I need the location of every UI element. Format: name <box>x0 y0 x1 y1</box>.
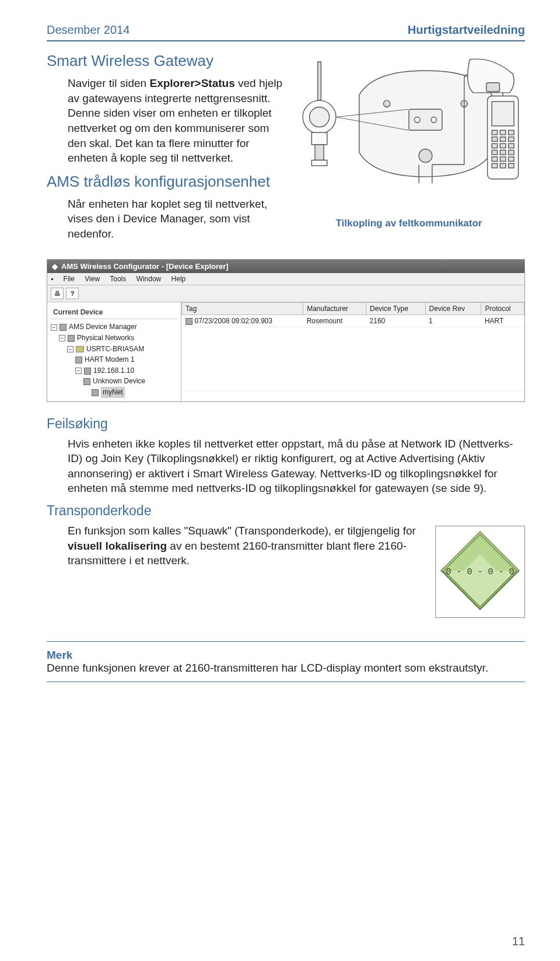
svg-rect-30 <box>492 157 497 162</box>
host-icon <box>76 346 84 352</box>
tree-unknown[interactable]: Unknown Device <box>93 377 145 385</box>
svg-rect-4 <box>315 145 324 160</box>
svg-rect-28 <box>500 150 505 155</box>
note-label: Merk <box>47 641 525 662</box>
tree-modem[interactable]: HART Modem 1 <box>85 355 135 364</box>
svg-rect-23 <box>509 137 514 142</box>
collapse-icon[interactable]: − <box>51 324 57 331</box>
table-row[interactable]: 07/23/2008 09:02:09.903 Rosemount 2160 1… <box>182 314 524 327</box>
window-titlebar: ◆ AMS Wireless Configurator - [Device Ex… <box>47 260 524 273</box>
cell-devicetype: 2160 <box>366 314 426 327</box>
svg-rect-32 <box>509 157 514 162</box>
menu-tools[interactable]: Tools <box>110 275 126 283</box>
svg-rect-3 <box>312 132 327 145</box>
svg-point-11 <box>419 149 432 163</box>
intro-columns: Smart Wireless Gateway Naviger til siden… <box>47 52 525 249</box>
note-text: Denne funksjonen krever at 2160-transmit… <box>47 662 525 682</box>
svg-rect-35 <box>509 163 514 168</box>
lcd-diamond-figure: 0 - 0 - 0 - 0 <box>435 526 525 618</box>
page-header: Desember 2014 Hurtigstartveiledning <box>47 23 525 41</box>
cell-protocol: HART <box>481 314 524 327</box>
tree-root[interactable]: AMS Device Manager <box>69 323 137 331</box>
modem-icon <box>75 357 82 364</box>
page-number: 11 <box>512 935 525 948</box>
svg-rect-5 <box>312 160 327 165</box>
collapse-icon[interactable]: − <box>67 346 74 352</box>
toolbar: 🖶 ? <box>47 285 524 302</box>
svg-point-10 <box>431 117 436 123</box>
tree-header: Current Device <box>51 306 177 320</box>
svg-rect-22 <box>500 137 505 142</box>
svg-rect-33 <box>492 163 497 168</box>
svg-rect-31 <box>500 157 505 162</box>
toolbar-print-icon[interactable]: 🖶 <box>51 288 64 299</box>
svg-rect-27 <box>492 150 497 155</box>
menu-window[interactable]: Window <box>136 275 162 283</box>
svg-rect-20 <box>509 130 514 135</box>
manager-icon <box>60 324 66 331</box>
menubar: ▪ File View Tools Window Help <box>47 273 524 285</box>
section-transponder-title: Transponderkode <box>47 503 525 519</box>
app-icon: ◆ <box>52 262 58 271</box>
menu-file[interactable]: File <box>64 275 75 283</box>
header-doc-type: Hurtigstartveiledning <box>408 23 525 37</box>
cell-devicerev: 1 <box>425 314 481 327</box>
tree-physical[interactable]: Physical Networks <box>77 334 134 342</box>
device-grid: Tag Manufacturer Device Type Device Rev … <box>181 302 524 401</box>
net-icon <box>92 389 99 396</box>
svg-point-9 <box>414 117 419 123</box>
toolbar-help-icon[interactable]: ? <box>66 288 79 299</box>
ip-icon <box>84 368 91 375</box>
collapse-icon[interactable]: − <box>75 368 82 374</box>
menu-view[interactable]: View <box>85 275 100 283</box>
svg-rect-19 <box>500 130 505 135</box>
svg-rect-17 <box>492 102 514 126</box>
svg-rect-0 <box>318 62 321 100</box>
section-gateway-body: Naviger til siden Explorer>Status ved hj… <box>68 76 286 166</box>
section-gateway-title: Smart Wireless Gateway <box>47 52 286 70</box>
app-icon-small: ▪ <box>51 275 53 283</box>
svg-point-6 <box>383 100 390 107</box>
svg-rect-34 <box>500 163 505 168</box>
svg-rect-8 <box>409 109 442 130</box>
svg-rect-37 <box>487 83 500 92</box>
section-troubleshoot-title: Feilsøking <box>47 416 525 432</box>
section-transponder-body: En funksjon som kalles "Squawk" (Transpo… <box>68 523 432 568</box>
menu-help[interactable]: Help <box>172 275 186 283</box>
tree-mynet[interactable]: myNet <box>101 387 125 398</box>
lcd-text: 0 - 0 - 0 - 0 <box>446 567 514 577</box>
col-tag[interactable]: Tag <box>182 302 303 314</box>
cell-tag: 07/23/2008 09:02:09.903 <box>195 317 272 325</box>
section-ams-title: AMS trådløs konfigurasjonsenhet <box>47 173 286 191</box>
illustration-caption: Tilkopling av feltkommunikator <box>293 218 525 229</box>
cell-manufacturer: Rosemount <box>303 314 366 327</box>
tree-host[interactable]: USRTC-BRIASAM <box>86 345 144 353</box>
unknown-icon <box>83 378 90 385</box>
network-icon <box>68 335 75 342</box>
svg-point-2 <box>309 107 329 127</box>
header-date: Desember 2014 <box>47 23 130 37</box>
ams-screenshot: ◆ AMS Wireless Configurator - [Device Ex… <box>47 259 525 402</box>
section-ams-body: Når enheten har koplet seg til nettverke… <box>68 197 286 242</box>
svg-rect-29 <box>509 150 514 155</box>
col-devicerev[interactable]: Device Rev <box>425 302 481 314</box>
svg-rect-24 <box>492 144 497 148</box>
window-title: AMS Wireless Configurator - [Device Expl… <box>61 262 229 271</box>
device-tree: Current Device −AMS Device Manager −Phys… <box>47 302 181 401</box>
col-protocol[interactable]: Protocol <box>481 302 524 314</box>
svg-rect-18 <box>492 130 497 135</box>
section-troubleshoot-body: Hvis enheten ikke koples til nettverket … <box>68 436 525 497</box>
collapse-icon[interactable]: − <box>59 335 65 341</box>
svg-rect-25 <box>500 144 505 148</box>
tree-ip[interactable]: 192.168.1.10 <box>93 366 134 375</box>
col-devicetype[interactable]: Device Type <box>366 302 426 314</box>
row-device-icon <box>186 318 192 325</box>
svg-rect-21 <box>492 137 497 142</box>
col-manufacturer[interactable]: Manufacturer <box>303 302 366 314</box>
wiring-illustration <box>293 52 525 215</box>
svg-rect-26 <box>509 144 514 148</box>
